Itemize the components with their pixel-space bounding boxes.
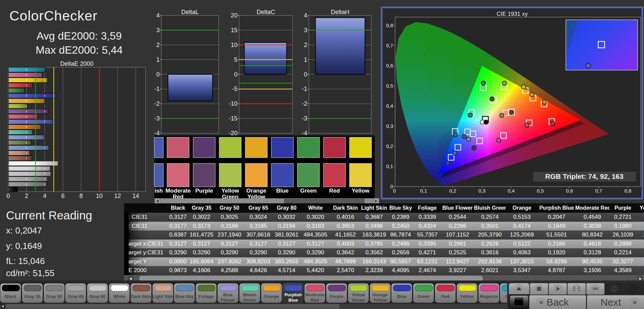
svg-text:0,1: 0,1 (386, 163, 393, 169)
svg-text:0,6: 0,6 (386, 63, 393, 68)
svg-text:Orange: Orange (246, 188, 266, 194)
svg-text:RGB Triplet: 74, 92, 163: RGB Triplet: 74, 92, 163 (545, 172, 623, 180)
svg-text:0,4: 0,4 (508, 188, 515, 194)
svg-text:-2: -2 (302, 100, 307, 107)
svg-text:5: 5 (234, 56, 237, 63)
svg-text:-1: -1 (302, 86, 307, 92)
svg-text:-1: -1 (154, 86, 160, 92)
svg-text:4: 4 (43, 193, 46, 199)
svg-text:Purple: Purple (195, 188, 213, 194)
svg-text:20: 20 (231, 12, 237, 19)
svg-text:15: 15 (231, 27, 237, 34)
svg-text:0: 0 (393, 188, 396, 194)
svg-text:0,3: 0,3 (479, 188, 486, 194)
svg-text:DeltaL: DeltaL (181, 9, 199, 15)
svg-text:0: 0 (390, 184, 393, 189)
svg-text:Yellow: Yellow (352, 188, 370, 194)
svg-text:CIE 1931 xy: CIE 1931 xy (497, 11, 528, 17)
svg-text:0: 0 (304, 71, 307, 78)
svg-text:4: 4 (156, 12, 160, 19)
svg-text:12: 12 (114, 193, 121, 199)
svg-text:0,2: 0,2 (449, 188, 457, 194)
svg-text:-2: -2 (154, 100, 160, 107)
svg-text:-15: -15 (229, 115, 237, 122)
svg-text:0,8: 0,8 (625, 188, 632, 194)
svg-text:ish: ish (155, 188, 163, 194)
svg-text:2: 2 (304, 42, 307, 48)
svg-text:0: 0 (156, 71, 160, 78)
svg-text:0,7: 0,7 (595, 188, 602, 194)
svg-text:0,1: 0,1 (420, 188, 427, 194)
svg-text:DeltaE 2000: DeltaE 2000 (60, 60, 93, 67)
svg-text:10: 10 (96, 193, 103, 199)
svg-text:Yellow: Yellow (221, 188, 239, 194)
svg-text:0,8: 0,8 (386, 22, 393, 28)
svg-text:1: 1 (156, 56, 160, 63)
svg-text:DeltaC: DeltaC (257, 9, 275, 15)
svg-text:Moderate: Moderate (165, 188, 191, 194)
svg-text:0,3: 0,3 (386, 123, 393, 129)
svg-text:-5: -5 (232, 86, 237, 92)
svg-text:0: 0 (234, 71, 237, 78)
svg-text:-10: -10 (229, 100, 237, 107)
svg-text:-3: -3 (302, 115, 307, 122)
svg-text:0,4: 0,4 (386, 103, 393, 109)
svg-text:0,6: 0,6 (566, 188, 573, 194)
svg-text:3: 3 (304, 27, 307, 34)
svg-text:4: 4 (304, 12, 307, 19)
svg-text:0,5: 0,5 (386, 83, 393, 89)
svg-text:0,7: 0,7 (386, 43, 393, 48)
svg-text:2: 2 (25, 193, 28, 199)
svg-text:0,5: 0,5 (537, 188, 544, 194)
svg-text:10: 10 (231, 42, 237, 48)
svg-text:1: 1 (304, 56, 307, 63)
svg-text:0: 0 (7, 193, 10, 199)
svg-text:DeltaH: DeltaH (331, 9, 349, 15)
svg-text:6: 6 (61, 193, 64, 199)
svg-text:14: 14 (132, 193, 139, 199)
svg-text:Green: Green (300, 188, 317, 194)
svg-text:Red: Red (329, 188, 340, 194)
svg-text:0,2: 0,2 (386, 143, 393, 149)
svg-text:8: 8 (79, 193, 83, 199)
svg-text:Blue: Blue (276, 188, 288, 194)
svg-text:-3: -3 (154, 115, 160, 122)
